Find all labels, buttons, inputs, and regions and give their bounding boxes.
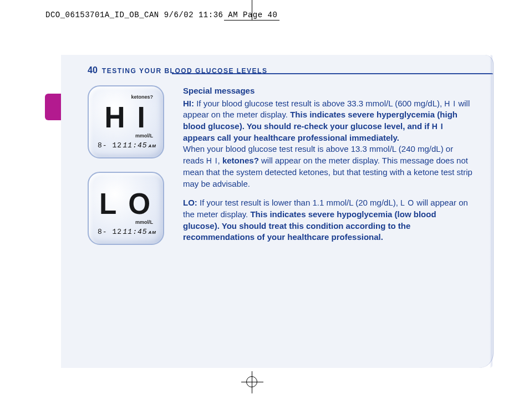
meter-illustrations: ketones? H I mmol/L 8- 12 11:45 AM L O	[88, 85, 165, 251]
special-messages-heading: Special messages	[183, 85, 474, 97]
hi-label: HI:	[183, 99, 194, 108]
hi-text-1a: If your blood glucose test result is abo…	[194, 99, 444, 108]
registration-mark-bottom	[241, 371, 263, 393]
print-slug: DCO_06153701A_ID_OB_CAN 9/6/02 11:36 AM …	[45, 11, 277, 19]
page-header: 40 TESTING YOUR BLOOD GLUCOSE LEVELS	[61, 55, 493, 75]
hi-text-2b: ,	[218, 156, 222, 165]
meter-hi-reading: H I	[97, 100, 155, 134]
meter-lo-unit: mmol/L	[135, 219, 153, 225]
crop-mark-top-v	[252, 0, 252, 20]
body-text: Special messages HI: If your blood gluco…	[183, 85, 474, 251]
hi-bold-2: appears call your healthcare professiona…	[183, 133, 399, 142]
crop-mark-top-h	[224, 20, 279, 21]
meter-hi-time: 11:45	[123, 141, 147, 150]
hi-segment-icon-2: H I	[432, 121, 444, 132]
hi-segment-icon-1: H I	[444, 99, 456, 109]
meter-lo: L O mmol/L 8- 12 11:45 AM	[88, 172, 164, 245]
meter-lo-ampm: AM	[149, 230, 156, 235]
meter-hi-ketones-label: ketones?	[131, 94, 153, 100]
lo-paragraph: LO: If your test result is lower than 1.…	[183, 197, 474, 243]
meter-lo-time: 11:45	[123, 228, 147, 236]
lo-label: LO:	[183, 198, 197, 207]
meter-hi: ketones? H I mmol/L 8- 12 11:45 AM	[88, 85, 164, 158]
hi-paragraph-1: HI: If your blood glucose test result is…	[183, 98, 474, 190]
lo-segment-icon: L O	[400, 198, 414, 208]
meter-hi-unit: mmol/L	[135, 133, 153, 139]
meter-hi-ampm: AM	[149, 144, 156, 148]
meter-lo-reading: L O	[97, 186, 155, 221]
hi-segment-icon-3: H I	[206, 156, 218, 166]
lo-text-1a: If your test result is lower than 1.1 mm…	[197, 198, 400, 207]
ketones-word: ketones?	[222, 156, 259, 165]
meter-lo-date: 8- 12	[98, 228, 122, 236]
section-tab	[45, 94, 61, 120]
page-number: 40	[88, 65, 98, 75]
header-rule	[172, 73, 493, 74]
page-body: 40 TESTING YOUR BLOOD GLUCOSE LEVELS ket…	[61, 55, 494, 368]
meter-hi-date: 8- 12	[98, 141, 122, 150]
